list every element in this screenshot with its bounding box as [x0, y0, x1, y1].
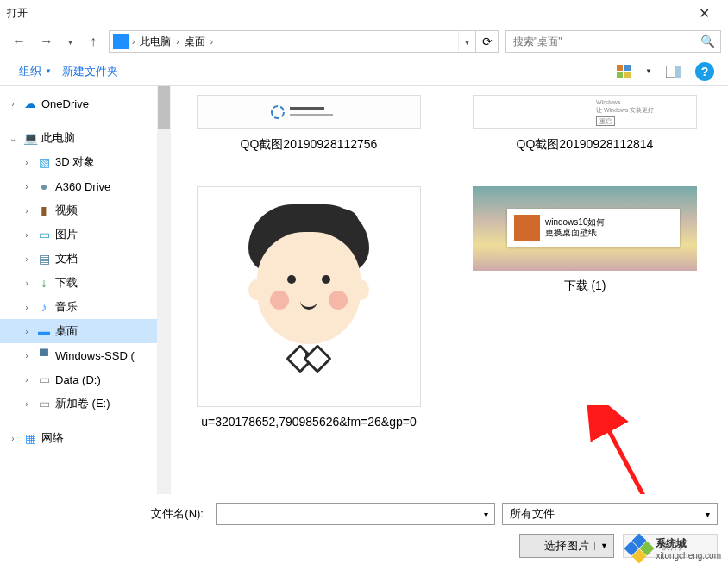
chevron-icon[interactable]: ›	[7, 99, 19, 109]
tree-node-newvol[interactable]: ›▭新加卷 (E:)	[0, 391, 171, 416]
tree-node-thispc[interactable]: ⌄💻此电脑	[0, 126, 171, 150]
tree-node-videos[interactable]: ›▮视频	[0, 198, 171, 222]
tree-label: 图片	[55, 227, 78, 242]
card-title: windows10如何	[545, 217, 605, 228]
forward-button[interactable]: →	[35, 29, 59, 53]
desktop-icon: ▬	[36, 323, 52, 339]
chevron-down-icon: ▾	[706, 510, 710, 519]
tree-node-music[interactable]: ›♪音乐	[0, 295, 171, 319]
tree-node-desktop[interactable]: ›▬桌面	[0, 319, 171, 343]
tree-label: 此电脑	[41, 130, 75, 146]
address-dropdown[interactable]: ▾	[458, 31, 475, 52]
file-thumbnail	[197, 186, 421, 407]
tree-node-network[interactable]: ›▦网络	[0, 426, 171, 450]
chevron-down-icon: ▼	[45, 67, 52, 75]
file-item[interactable]: QQ截图20190928112756	[197, 95, 421, 152]
winssd-icon: ▀	[36, 348, 52, 363]
help-button[interactable]: ?	[695, 62, 714, 81]
search-icon[interactable]: 🔍	[700, 34, 715, 48]
tree-label: OneDrive	[41, 97, 89, 110]
tree-label: 3D 对象	[55, 154, 95, 170]
chevron-icon[interactable]: ›	[21, 399, 33, 409]
tree-label: A360 Drive	[55, 180, 110, 193]
datad-icon: ▭	[36, 372, 52, 387]
newvol-icon: ▭	[36, 396, 52, 411]
svg-rect-8	[290, 114, 333, 116]
card-subtitle: 更换桌面壁纸	[545, 228, 605, 238]
close-button[interactable]: ✕	[687, 5, 721, 22]
3d-icon: ▧	[36, 154, 52, 170]
file-type-filter[interactable]: 所有文件 ▾	[502, 503, 718, 525]
breadcrumb-desktop[interactable]: 桌面	[179, 34, 210, 49]
tree-label: 音乐	[55, 299, 78, 315]
tree-node-downloads[interactable]: ›↓下载	[0, 271, 171, 295]
chevron-icon[interactable]: ›	[21, 254, 33, 264]
file-thumbnail: Windows让 Windows 安装更好重启	[473, 95, 697, 129]
tree-node-onedrive[interactable]: ›☁OneDrive	[0, 91, 171, 116]
preview-pane-button[interactable]	[664, 62, 683, 81]
new-folder-button[interactable]: 新建文件夹	[57, 62, 123, 81]
onedrive-icon: ☁	[22, 96, 38, 111]
chevron-icon[interactable]: ›	[21, 351, 33, 360]
chevron-icon[interactable]: ›	[21, 327, 33, 336]
file-name: QQ截图20190928112756	[241, 136, 378, 152]
tree-node-a360[interactable]: ›●A360 Drive	[0, 174, 171, 198]
chevron-icon[interactable]: ›	[7, 434, 19, 443]
filename-label: 文件名(N):	[10, 506, 209, 522]
tree-label: Data (D:)	[55, 373, 101, 386]
tree-label: 文档	[55, 251, 78, 266]
tree-label: Windows-SSD (	[55, 349, 135, 362]
up-button[interactable]: ↑	[81, 29, 105, 53]
tree-node-datad[interactable]: ›▭Data (D:)	[0, 367, 171, 391]
file-name: QQ截图20190928112814	[517, 136, 654, 152]
tree-label: 网络	[41, 430, 64, 446]
search-input[interactable]	[511, 34, 700, 48]
breadcrumb-thispc[interactable]: 此电脑	[135, 34, 176, 49]
file-item[interactable]: u=320178652,790985626&fm=26&gp=0	[197, 186, 421, 429]
organize-button[interactable]: 组织 ▼	[14, 62, 57, 81]
chevron-icon[interactable]: ›	[21, 158, 33, 167]
chevron-icon[interactable]: ›	[21, 230, 33, 240]
filename-combo[interactable]: ▾	[216, 503, 495, 525]
recent-dropdown[interactable]: ▾	[62, 29, 78, 53]
organize-label: 组织	[19, 64, 41, 79]
svg-rect-2	[617, 72, 623, 78]
pictures-icon: ▭	[36, 227, 52, 242]
folder-tree: ›☁OneDrive⌄💻此电脑›▧3D 对象›●A360 Drive›▮视频›▭…	[0, 86, 171, 500]
file-item[interactable]: windows10如何 更换桌面壁纸 下载 (1)	[473, 186, 697, 429]
chevron-down-icon[interactable]: ▾	[477, 510, 494, 519]
tree-node-pictures[interactable]: ›▭图片	[0, 222, 171, 247]
chevron-icon[interactable]: ›	[21, 182, 33, 191]
location-icon	[113, 34, 129, 49]
tree-node-3d[interactable]: ›▧3D 对象	[0, 150, 171, 174]
chevron-icon[interactable]: ›	[21, 279, 33, 288]
chevron-down-icon[interactable]: ▼	[594, 542, 608, 550]
file-name: 下载 (1)	[564, 278, 606, 293]
chevron-down-icon[interactable]: ▼	[645, 67, 652, 75]
file-thumbnail: windows10如何 更换桌面壁纸	[473, 186, 697, 271]
tree-label: 下载	[55, 275, 78, 291]
file-item[interactable]: Windows让 Windows 安装更好重启 QQ截图201909281128…	[473, 95, 697, 152]
chevron-icon[interactable]: ›	[21, 206, 33, 216]
file-list[interactable]: QQ截图20190928112756 Windows让 Windows 安装更好…	[171, 86, 728, 500]
docs-icon: ▤	[36, 251, 52, 266]
chevron-icon[interactable]: ⌄	[7, 134, 19, 143]
filename-input[interactable]	[217, 508, 477, 521]
open-button[interactable]: 选择图片 ▼	[519, 534, 614, 558]
file-thumbnail	[197, 95, 421, 129]
dialog-title: 打开	[7, 6, 687, 21]
address-bar[interactable]: › 此电脑 › 桌面 › ▾ ⟳	[109, 30, 499, 53]
cancel-button[interactable]: 取消	[623, 534, 718, 558]
chevron-icon[interactable]: ›	[21, 303, 33, 312]
search-box[interactable]: 🔍	[505, 30, 721, 53]
scrollbar-thumb[interactable]	[158, 86, 170, 129]
tree-node-docs[interactable]: ›▤文档	[0, 247, 171, 271]
back-button[interactable]: ←	[7, 29, 31, 53]
svg-rect-5	[675, 66, 681, 78]
filter-label: 所有文件	[510, 506, 555, 522]
view-thumbnails-button[interactable]	[614, 62, 633, 81]
chevron-icon[interactable]: ›	[21, 375, 33, 385]
scrollbar-track[interactable]	[157, 86, 171, 500]
refresh-button[interactable]: ⟳	[475, 31, 498, 52]
tree-node-winssd[interactable]: ›▀Windows-SSD (	[0, 343, 171, 367]
